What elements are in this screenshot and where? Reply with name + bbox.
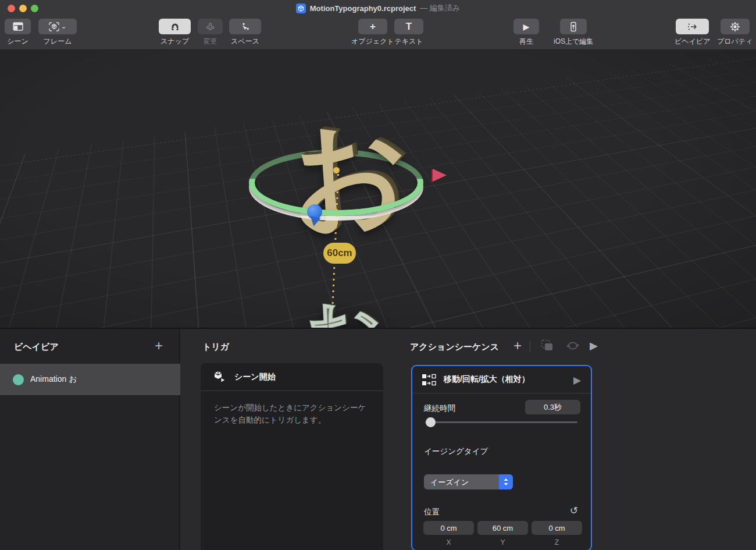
properties-button[interactable]	[721, 19, 750, 34]
scene-button[interactable]	[5, 19, 31, 34]
text-object-3d-destination[interactable]: お	[289, 286, 397, 328]
axis-x-label: X	[423, 538, 474, 547]
trigger-card[interactable]: シーン開始 シーンが開始したときにアクションシーケンスを自動的にトリガします。	[201, 363, 383, 550]
position-y-field[interactable]: 60 cm	[477, 521, 528, 535]
loop-action-button[interactable]	[565, 339, 580, 352]
position-label: 位置	[424, 507, 440, 517]
behaviors-panel: ビヘイビア + Animation お トリガ シーン開始 シーンが開始したとき…	[0, 328, 756, 550]
action-card-move-rotate-scale[interactable]: 移動/回転/拡大（相対） ▶ 継続時間 0.3秒 イージングタイプ イーズイン …	[411, 365, 592, 550]
toolbar-item-behaviors: ビヘイビア	[675, 19, 710, 47]
header-divider	[530, 341, 530, 352]
scene-start-icon	[212, 370, 227, 384]
duration-label: 継続時間	[424, 403, 455, 414]
behavior-list-item-selected[interactable]: Animation お	[0, 364, 180, 395]
space-cursor-icon	[240, 22, 251, 31]
add-object-button[interactable]: +	[358, 19, 387, 34]
position-z-field[interactable]: 0 cm	[532, 521, 582, 535]
trigger-header: トリガ	[202, 342, 229, 353]
toolbar-item-object: + オブジェクト	[351, 19, 394, 47]
move-relative-icon	[422, 373, 437, 386]
behavior-icon	[687, 22, 698, 31]
add-behavior-button[interactable]: +	[155, 338, 163, 354]
toolbar-item-snap: スナップ	[159, 19, 191, 47]
snap-button[interactable]	[159, 19, 191, 34]
toolbar-item-space: スペース	[229, 19, 261, 47]
easing-type-dropdown[interactable]: イーズイン	[424, 474, 513, 489]
distance-badge: 60cm	[323, 243, 356, 264]
viewport-3d[interactable]: お 60cm お	[0, 51, 756, 328]
guide-pin-top	[333, 167, 340, 173]
toolbar-item-properties: プロパティ	[717, 19, 753, 47]
axis-z-label: Z	[532, 538, 582, 547]
behaviors-button[interactable]	[676, 19, 709, 34]
position-x-field[interactable]: 0 cm	[423, 521, 474, 535]
toolbar: シーン ⌄ フレーム スナップ 変	[0, 16, 756, 50]
edit-on-ios-button[interactable]	[560, 19, 587, 34]
play-sequence-button[interactable]: ▶	[590, 339, 598, 352]
play-icon: ▶	[523, 23, 530, 31]
modify-button[interactable]	[198, 19, 223, 34]
toolbar-item-play: ▶ 再生	[513, 19, 539, 47]
modify-icon	[205, 22, 215, 31]
paste-action-button[interactable]	[541, 339, 555, 352]
action-title: 移動/回転/拡大（相対）	[444, 374, 530, 385]
rotation-arrow-handle[interactable]	[433, 169, 447, 182]
window-title: MotionTypography0.rcproject	[310, 4, 416, 13]
easing-selected-value: イーズイン	[430, 477, 469, 488]
duration-slider-knob[interactable]	[426, 417, 436, 427]
position-reset-icon[interactable]: ↺	[570, 505, 578, 517]
duration-slider[interactable]	[425, 421, 577, 423]
play-scene-button[interactable]: ▶	[513, 19, 539, 34]
scene-layout-icon	[13, 22, 23, 31]
toolbar-item-text: T テキスト	[394, 19, 423, 47]
frame-button[interactable]: ⌄	[38, 19, 77, 34]
action-sequence-header: アクションシーケンス	[410, 342, 499, 353]
play-action-button[interactable]: ▶	[573, 374, 581, 386]
axis-y-label: Y	[477, 538, 528, 547]
chevron-down-icon: ⌄	[61, 23, 66, 30]
easing-type-label: イージングタイプ	[424, 446, 488, 457]
behavior-name: Animation お	[30, 374, 77, 385]
frame-cube-icon	[49, 22, 59, 31]
add-action-button[interactable]: +	[513, 338, 522, 354]
trigger-title: シーン開始	[234, 372, 276, 382]
window-title-group: MotionTypography0.rcproject — 編集済み	[0, 0, 756, 16]
action-sequence-column: アクションシーケンス + ▶	[407, 329, 756, 550]
trigger-description: シーンが開始したときにアクションシーケンスを自動的にトリガします。	[214, 402, 372, 426]
toolbar-item-frame: ⌄ フレーム	[38, 19, 77, 47]
toolbar-item-edit-on-ios: iOS上で編集	[554, 19, 593, 47]
behaviors-list-column: ビヘイビア + Animation お	[0, 329, 180, 550]
action-card-header: 移動/回転/拡大（相対） ▶	[412, 366, 591, 393]
properties-gear-icon	[730, 22, 740, 32]
space-button[interactable]	[229, 19, 261, 34]
behavior-color-dot	[13, 374, 24, 385]
trigger-card-header: シーン開始	[201, 363, 383, 391]
reality-composer-app-icon	[296, 3, 306, 13]
plus-icon: +	[370, 22, 376, 31]
duration-value-field[interactable]: 0.3秒	[525, 400, 580, 414]
dropdown-stepper-icon	[499, 474, 513, 489]
text-object-3d[interactable]: お	[266, 102, 436, 244]
behaviors-header: ビヘイビア	[14, 342, 59, 353]
iphone-arrow-icon	[568, 22, 579, 32]
magnet-icon	[170, 22, 180, 31]
add-text-button[interactable]: T	[394, 19, 423, 34]
toolbar-item-modify: 変更	[198, 19, 223, 47]
window-title-edited-suffix: — 編集済み	[420, 3, 460, 13]
title-bar: MotionTypography0.rcproject — 編集済み	[0, 0, 756, 16]
trigger-column: トリガ シーン開始 シーンが開始したときにアクションシーケンスを自動的にトリガし…	[181, 329, 407, 550]
move-handle-cone	[309, 216, 321, 227]
text-icon: T	[406, 22, 412, 31]
toolbar-item-scene: シーン	[5, 19, 31, 47]
